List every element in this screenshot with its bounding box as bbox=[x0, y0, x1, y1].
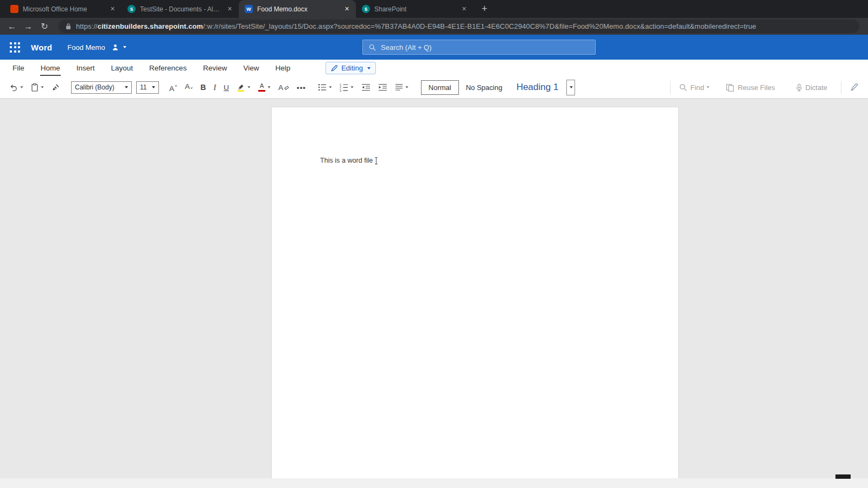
word-favicon-icon bbox=[245, 5, 253, 13]
clipboard-icon bbox=[31, 83, 39, 92]
text-cursor-ibeam-icon bbox=[374, 157, 379, 165]
menu-file[interactable]: File bbox=[12, 60, 25, 76]
find-button[interactable]: Find bbox=[678, 82, 711, 93]
forward-button[interactable] bbox=[22, 20, 35, 33]
bold-button[interactable]: B bbox=[199, 83, 207, 92]
document-canvas: This is a word file bbox=[0, 99, 868, 478]
pencil-icon bbox=[331, 65, 338, 72]
url-omnibox[interactable]: https://citizenbuilders.sharepoint.com/:… bbox=[59, 20, 859, 33]
editing-mode-dropdown[interactable]: Editing bbox=[326, 62, 376, 74]
browser-tab-bar: Microsoft Office Home TestSite - Documen… bbox=[0, 0, 868, 18]
underline-icon: U bbox=[224, 84, 229, 91]
app-name: Word bbox=[31, 43, 52, 52]
tab-close-icon[interactable] bbox=[459, 4, 469, 14]
more-formatting-button[interactable] bbox=[295, 82, 308, 93]
new-tab-button[interactable] bbox=[477, 2, 492, 16]
dictate-button[interactable]: Dictate bbox=[794, 82, 829, 93]
italic-button[interactable]: I bbox=[212, 83, 218, 92]
bottom-corner-artifact bbox=[835, 474, 851, 479]
chevron-down-icon bbox=[367, 67, 371, 69]
style-gallery-dropdown[interactable] bbox=[566, 80, 575, 95]
chevron-down-icon bbox=[247, 86, 250, 88]
bold-icon: B bbox=[200, 84, 206, 91]
office-favicon-icon bbox=[10, 5, 18, 13]
screen: Microsoft Office Home TestSite - Documen… bbox=[0, 0, 868, 488]
tab-close-icon[interactable] bbox=[108, 4, 117, 14]
menu-help[interactable]: Help bbox=[275, 60, 291, 76]
numbered-list-button[interactable]: 1. 2. 3. bbox=[338, 82, 355, 93]
svg-text:3.: 3. bbox=[340, 89, 342, 92]
highlight-color-button[interactable] bbox=[235, 82, 252, 93]
tab-close-icon[interactable] bbox=[225, 4, 234, 14]
menu-layout[interactable]: Layout bbox=[111, 60, 134, 76]
undo-button[interactable] bbox=[8, 82, 25, 93]
decrease-indent-icon bbox=[361, 84, 371, 91]
tab-title: Food Memo.docx bbox=[257, 5, 338, 13]
presence-people-icon[interactable] bbox=[112, 44, 126, 51]
document-body-text: This is a word file bbox=[320, 156, 373, 165]
editing-mode-label: Editing bbox=[341, 64, 363, 72]
style-heading-1[interactable]: Heading 1 bbox=[509, 81, 566, 93]
document-page[interactable]: This is a word file bbox=[271, 107, 679, 478]
bottom-edge-strip bbox=[0, 478, 868, 488]
underline-button[interactable]: U bbox=[222, 83, 231, 92]
back-button[interactable] bbox=[5, 20, 18, 33]
alignment-button[interactable] bbox=[393, 82, 410, 92]
reload-button[interactable] bbox=[38, 20, 51, 33]
tab-office-home[interactable]: Microsoft Office Home bbox=[4, 0, 122, 18]
chevron-down-icon bbox=[123, 46, 126, 48]
grow-font-icon: A bbox=[169, 82, 177, 92]
highlighter-icon bbox=[237, 83, 245, 92]
app-launcher-icon[interactable] bbox=[10, 42, 20, 53]
format-painter-icon bbox=[52, 84, 60, 92]
chevron-down-icon bbox=[570, 86, 573, 88]
toolbar-separator bbox=[841, 81, 841, 94]
font-size-value: 11 bbox=[140, 84, 146, 91]
document-title[interactable]: Food Memo bbox=[67, 43, 105, 52]
paste-button[interactable] bbox=[29, 82, 46, 93]
menu-references[interactable]: References bbox=[149, 60, 187, 76]
microphone-icon bbox=[796, 84, 802, 92]
tab-close-icon[interactable] bbox=[342, 4, 352, 14]
editor-button[interactable] bbox=[848, 82, 860, 93]
italic-icon: I bbox=[214, 84, 216, 91]
font-color-button[interactable]: A bbox=[257, 82, 272, 93]
menu-review[interactable]: Review bbox=[202, 60, 227, 76]
tab-testsite-documents[interactable]: TestSite - Documents - All Docu bbox=[122, 0, 239, 18]
shrink-font-button[interactable]: A bbox=[183, 82, 195, 93]
chevron-down-icon bbox=[20, 86, 23, 88]
browser-address-bar: https://citizenbuilders.sharepoint.com/:… bbox=[0, 18, 868, 35]
menu-insert[interactable]: Insert bbox=[76, 60, 95, 76]
increase-indent-button[interactable] bbox=[376, 82, 389, 92]
style-normal[interactable]: Normal bbox=[421, 80, 459, 95]
format-painter-button[interactable] bbox=[50, 82, 61, 93]
font-color-icon: A bbox=[258, 83, 265, 92]
style-no-spacing[interactable]: No Spacing bbox=[459, 81, 509, 94]
tab-sharepoint[interactable]: SharePoint bbox=[356, 0, 473, 18]
chevron-down-icon bbox=[41, 86, 43, 88]
search-placeholder: Search (Alt + Q) bbox=[381, 43, 432, 52]
font-size-select[interactable]: 11 bbox=[136, 81, 159, 94]
reuse-files-button[interactable]: Reuse Files bbox=[724, 82, 777, 93]
decrease-indent-button[interactable] bbox=[360, 82, 372, 92]
bullet-list-icon bbox=[318, 83, 327, 92]
grow-font-button[interactable]: A bbox=[168, 81, 179, 93]
menu-view[interactable]: View bbox=[242, 60, 259, 76]
tab-food-memo-active[interactable]: Food Memo.docx bbox=[239, 0, 356, 18]
menu-home[interactable]: Home bbox=[40, 60, 61, 76]
bullet-list-button[interactable] bbox=[316, 82, 334, 93]
search-input[interactable]: Search (Alt + Q) bbox=[362, 40, 596, 55]
chevron-down-icon bbox=[267, 86, 270, 88]
tab-title: SharePoint bbox=[374, 5, 455, 13]
document-text-area[interactable]: This is a word file bbox=[272, 107, 678, 165]
chevron-down-icon bbox=[152, 86, 155, 88]
chevron-down-icon bbox=[125, 86, 128, 88]
increase-indent-icon bbox=[378, 84, 387, 91]
clear-formatting-button[interactable]: A bbox=[277, 83, 291, 92]
eraser-icon bbox=[284, 85, 289, 90]
ellipsis-icon bbox=[297, 84, 306, 92]
lock-icon bbox=[66, 23, 71, 30]
chevron-down-icon bbox=[706, 86, 709, 88]
font-name-select[interactable]: Calibri (Body) bbox=[71, 81, 132, 94]
undo-icon bbox=[9, 83, 18, 92]
